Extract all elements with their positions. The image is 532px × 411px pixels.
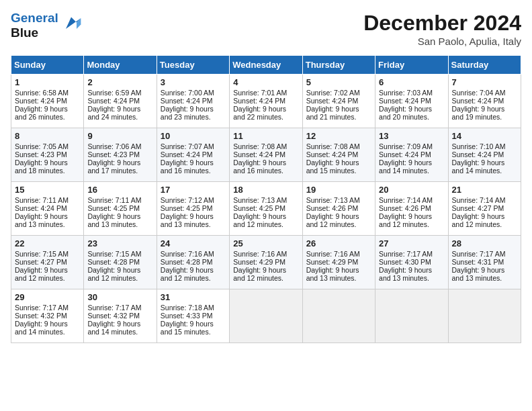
cell-info-line: Sunset: 4:24 PM	[15, 97, 80, 105]
day-number: 2	[87, 77, 152, 87]
cell-info-line: Sunset: 4:28 PM	[161, 258, 226, 266]
cell-info-line: Sunrise: 7:14 AM	[452, 196, 517, 204]
cell-info-line: Daylight: 9 hours	[306, 158, 371, 167]
cell-info-line: Daylight: 9 hours	[452, 105, 517, 113]
header-thursday: Thursday	[302, 56, 375, 75]
day-number: 31	[161, 292, 226, 302]
calendar-cell: 3Sunrise: 7:00 AMSunset: 4:24 PMDaylight…	[157, 75, 229, 128]
cell-info-line: Sunrise: 7:07 AM	[161, 142, 226, 150]
cell-info-line: Sunrise: 6:59 AM	[87, 89, 152, 97]
day-number: 1	[15, 77, 80, 87]
cell-info-line: Daylight: 9 hours	[379, 266, 444, 274]
cell-info-line: Sunset: 4:29 PM	[306, 258, 371, 266]
calendar-cell: 12Sunrise: 7:08 AMSunset: 4:24 PMDayligh…	[302, 128, 375, 182]
cell-info-line: Daylight: 9 hours	[87, 105, 152, 113]
cell-info-line: Sunrise: 7:09 AM	[379, 142, 444, 150]
cell-info-line: Sunrise: 7:05 AM	[15, 142, 80, 150]
cell-info-line: and 16 minutes.	[161, 167, 226, 175]
calendar-cell: 7Sunrise: 7:04 AMSunset: 4:24 PMDaylight…	[448, 75, 521, 128]
cell-info-line: Sunset: 4:24 PM	[161, 150, 226, 158]
day-number: 27	[379, 238, 444, 248]
calendar-week-row: 15Sunrise: 7:11 AMSunset: 4:24 PMDayligh…	[11, 182, 521, 236]
calendar-cell: 8Sunrise: 7:05 AMSunset: 4:23 PMDaylight…	[11, 128, 84, 182]
cell-info-line: Daylight: 9 hours	[379, 105, 444, 113]
header-saturday: Saturday	[448, 56, 521, 75]
cell-info-line: Daylight: 9 hours	[15, 320, 80, 328]
cell-info-line: Sunset: 4:24 PM	[379, 97, 444, 105]
cell-info-line: Sunset: 4:33 PM	[161, 312, 226, 320]
cell-info-line: Daylight: 9 hours	[161, 320, 226, 328]
cell-info-line: Sunrise: 7:16 AM	[233, 250, 298, 258]
calendar-cell: 16Sunrise: 7:11 AMSunset: 4:25 PMDayligh…	[84, 182, 157, 236]
day-number: 9	[87, 131, 152, 141]
cell-info-line: and 14 minutes.	[452, 167, 517, 175]
day-number: 25	[233, 238, 298, 248]
cell-info-line: Sunrise: 6:58 AM	[15, 89, 80, 97]
calendar-cell: 27Sunrise: 7:17 AMSunset: 4:30 PMDayligh…	[375, 236, 448, 289]
cell-info-line: Daylight: 9 hours	[379, 158, 444, 167]
cell-info-line: Sunset: 4:24 PM	[233, 150, 298, 158]
calendar-cell: 20Sunrise: 7:14 AMSunset: 4:26 PMDayligh…	[375, 182, 448, 236]
cell-info-line: and 16 minutes.	[233, 167, 298, 175]
cell-info-line: Sunrise: 7:06 AM	[87, 142, 152, 150]
cell-info-line: and 15 minutes.	[306, 167, 371, 175]
cell-info-line: Sunset: 4:25 PM	[87, 204, 152, 212]
cell-info-line: Sunrise: 7:04 AM	[452, 89, 517, 97]
cell-info-line: Sunrise: 7:17 AM	[87, 304, 152, 312]
day-number: 5	[306, 77, 371, 87]
calendar-cell: 21Sunrise: 7:14 AMSunset: 4:27 PMDayligh…	[448, 182, 521, 236]
calendar-week-row: 8Sunrise: 7:05 AMSunset: 4:23 PMDaylight…	[11, 128, 521, 182]
calendar-cell: 26Sunrise: 7:16 AMSunset: 4:29 PMDayligh…	[302, 236, 375, 289]
cell-info-line: and 13 minutes.	[87, 220, 152, 228]
cell-info-line: and 12 minutes.	[452, 220, 517, 228]
cell-info-line: Sunrise: 7:16 AM	[306, 250, 371, 258]
cell-info-line: Sunset: 4:23 PM	[15, 150, 80, 158]
cell-info-line: Daylight: 9 hours	[15, 266, 80, 274]
cell-info-line: and 14 minutes.	[87, 328, 152, 336]
cell-info-line: and 15 minutes.	[161, 328, 226, 336]
day-number: 15	[15, 185, 80, 195]
calendar-cell: 1Sunrise: 6:58 AMSunset: 4:24 PMDaylight…	[11, 75, 84, 128]
calendar-cell: 24Sunrise: 7:16 AMSunset: 4:28 PMDayligh…	[157, 236, 229, 289]
cell-info-line: Sunrise: 7:01 AM	[233, 89, 298, 97]
cell-info-line: and 12 minutes.	[379, 220, 444, 228]
cell-info-line: and 12 minutes.	[87, 274, 152, 282]
cell-info-line: Daylight: 9 hours	[233, 212, 298, 220]
cell-info-line: Sunrise: 7:14 AM	[379, 196, 444, 204]
cell-info-line: Daylight: 9 hours	[87, 266, 152, 274]
cell-info-line: Sunset: 4:32 PM	[15, 312, 80, 320]
cell-info-line: and 26 minutes.	[15, 113, 80, 121]
day-number: 13	[379, 131, 444, 141]
cell-info-line: Sunrise: 7:13 AM	[233, 196, 298, 204]
cell-info-line: Sunset: 4:30 PM	[379, 258, 444, 266]
month-title: December 2024	[363, 11, 521, 36]
calendar-cell: 23Sunrise: 7:15 AMSunset: 4:28 PMDayligh…	[84, 236, 157, 289]
cell-info-line: Sunset: 4:26 PM	[306, 204, 371, 212]
day-number: 3	[161, 77, 226, 87]
calendar-cell: 22Sunrise: 7:15 AMSunset: 4:27 PMDayligh…	[11, 236, 84, 289]
cell-info-line: and 23 minutes.	[161, 113, 226, 121]
day-number: 11	[233, 131, 298, 141]
calendar-cell: 17Sunrise: 7:12 AMSunset: 4:25 PMDayligh…	[157, 182, 229, 236]
page-header: General Blue December 2024 San Paolo, Ap…	[11, 11, 521, 47]
cell-info-line: Sunset: 4:24 PM	[452, 97, 517, 105]
cell-info-line: Daylight: 9 hours	[379, 212, 444, 220]
cell-info-line: Daylight: 9 hours	[161, 266, 226, 274]
cell-info-line: and 13 minutes.	[161, 220, 226, 228]
cell-info-line: Sunset: 4:26 PM	[379, 204, 444, 212]
cell-info-line: Sunrise: 7:17 AM	[379, 250, 444, 258]
cell-info-line: Sunset: 4:28 PM	[87, 258, 152, 266]
calendar-cell: 2Sunrise: 6:59 AMSunset: 4:24 PMDaylight…	[84, 75, 157, 128]
cell-info-line: Sunrise: 7:17 AM	[15, 304, 80, 312]
calendar-cell: 13Sunrise: 7:09 AMSunset: 4:24 PMDayligh…	[375, 128, 448, 182]
logo-text: General Blue	[11, 11, 58, 40]
calendar-table: Sunday Monday Tuesday Wednesday Thursday…	[11, 55, 521, 343]
cell-info-line: Daylight: 9 hours	[233, 266, 298, 274]
cell-info-line: Sunset: 4:31 PM	[452, 258, 517, 266]
calendar-cell	[302, 289, 375, 343]
cell-info-line: and 17 minutes.	[87, 167, 152, 175]
calendar-cell: 4Sunrise: 7:01 AMSunset: 4:24 PMDaylight…	[230, 75, 302, 128]
calendar-cell: 11Sunrise: 7:08 AMSunset: 4:24 PMDayligh…	[230, 128, 302, 182]
cell-info-line: and 12 minutes.	[233, 274, 298, 282]
header-friday: Friday	[375, 56, 448, 75]
